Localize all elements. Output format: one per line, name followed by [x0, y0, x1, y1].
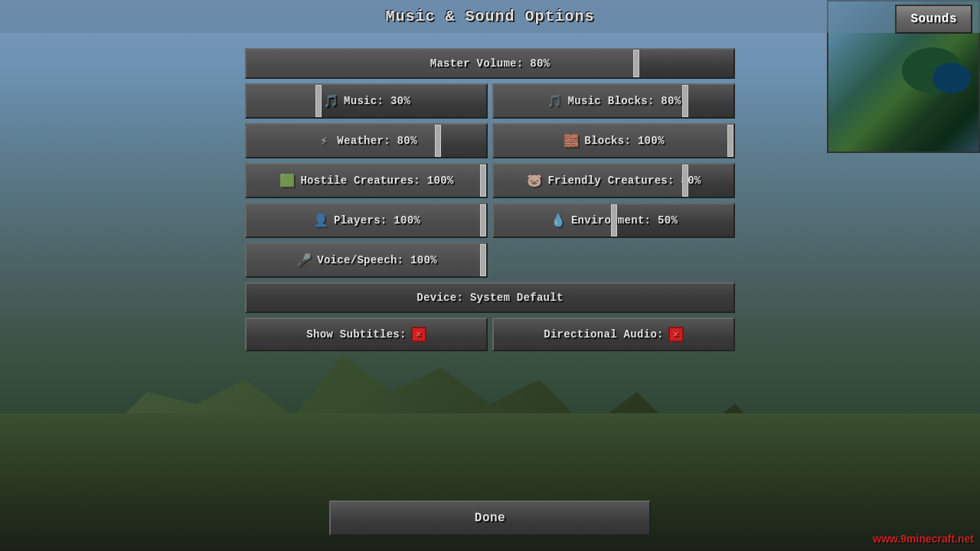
hostile-creatures-slider[interactable]: 🟩 Hostile Creatures: 100%: [245, 163, 488, 198]
row-players: 👤 Players: 100% 💧 Environment: 50%: [245, 203, 735, 238]
title-bar: Music & Sound Options: [0, 0, 980, 33]
slider-handle: [727, 125, 733, 157]
players-label: Players: 100%: [334, 214, 420, 227]
friendly-icon: 🐷: [526, 172, 543, 189]
row-music: 🎵 Music: 30% 🎵 Music Blocks: 80%: [245, 83, 735, 119]
music-blocks-label: Music Blocks: 80%: [568, 95, 681, 107]
blocks-slider[interactable]: 🧱 Blocks: 100%: [492, 123, 735, 158]
master-volume-slider[interactable]: Master Volume: 80%: [245, 48, 735, 79]
master-volume-label: Master Volume: 80%: [430, 57, 550, 70]
music-blocks-slider[interactable]: 🎵 Music Blocks: 80%: [492, 83, 735, 119]
device-label: Device: System Default: [416, 292, 563, 304]
players-slider[interactable]: 👤 Players: 100%: [245, 203, 488, 238]
slider-handle: [682, 85, 688, 117]
voice-label: Voice/Speech: 100%: [317, 254, 437, 266]
blocks-icon: 🧱: [563, 132, 580, 149]
watermark: www.9minecraft.net: [873, 533, 974, 545]
slider-handle: [611, 204, 617, 236]
page-title: Music & Sound Options: [385, 8, 594, 25]
done-bar: Done: [329, 500, 651, 536]
done-button[interactable]: Done: [329, 500, 651, 536]
weather-label: Weather: 80%: [337, 135, 416, 147]
environment-label: Environment: 50%: [571, 214, 678, 227]
weather-slider[interactable]: ⚡ Weather: 80%: [245, 123, 488, 158]
blocks-label: Blocks: 100%: [584, 135, 664, 147]
directional-audio-label: Directional Audio:: [544, 328, 664, 341]
hostile-creatures-label: Hostile Creatures: 100%: [300, 174, 453, 187]
row-creatures: 🟩 Hostile Creatures: 100% 🐷 Friendly Cre…: [245, 163, 735, 198]
row-voice: 🎤 Voice/Speech: 100%: [245, 243, 735, 278]
weather-icon: ⚡: [315, 132, 332, 149]
master-volume-row: Master Volume: 80%: [245, 48, 735, 79]
music-slider[interactable]: 🎵 Music: 30%: [245, 83, 488, 119]
voice-icon: 🎤: [296, 252, 312, 269]
device-button[interactable]: Device: System Default: [245, 282, 735, 313]
slider-handle: [682, 165, 688, 197]
slider-handle: [633, 50, 639, 77]
row-weather: ⚡ Weather: 80% 🧱 Blocks: 100%: [245, 123, 735, 158]
voice-speech-slider[interactable]: 🎤 Voice/Speech: 100%: [245, 243, 488, 278]
sounds-button[interactable]: Sounds: [895, 5, 972, 34]
slider-handle: [480, 244, 486, 276]
music-label: Music: 30%: [344, 95, 410, 107]
directional-audio-button[interactable]: Directional Audio: ✕: [492, 318, 735, 351]
options-panel: Master Volume: 80% 🎵 Music: 30% 🎵 Music …: [245, 48, 735, 351]
slider-handle: [435, 125, 441, 157]
directional-audio-value: ✕: [668, 327, 684, 342]
players-icon: 👤: [312, 212, 329, 229]
row-toggles: Show Subtitles: ✕ Directional Audio: ✕: [245, 318, 735, 351]
slider-handle: [315, 85, 322, 117]
slider-handle: [480, 204, 486, 236]
show-subtitles-label: Show Subtitles:: [306, 328, 407, 341]
friendly-creatures-slider[interactable]: 🐷 Friendly Creatures: 80%: [492, 163, 735, 198]
environment-slider[interactable]: 💧 Environment: 50%: [492, 203, 735, 238]
hostile-icon: 🟩: [279, 172, 296, 189]
slider-handle: [480, 165, 486, 197]
environment-icon: 💧: [550, 212, 567, 229]
music-blocks-icon: 🎵: [547, 93, 564, 109]
row-device: Device: System Default: [245, 282, 735, 313]
music-icon: 🎵: [322, 93, 339, 109]
show-subtitles-button[interactable]: Show Subtitles: ✕: [245, 318, 488, 351]
show-subtitles-value: ✕: [411, 327, 426, 342]
friendly-creatures-label: Friendly Creatures: 80%: [547, 174, 701, 187]
